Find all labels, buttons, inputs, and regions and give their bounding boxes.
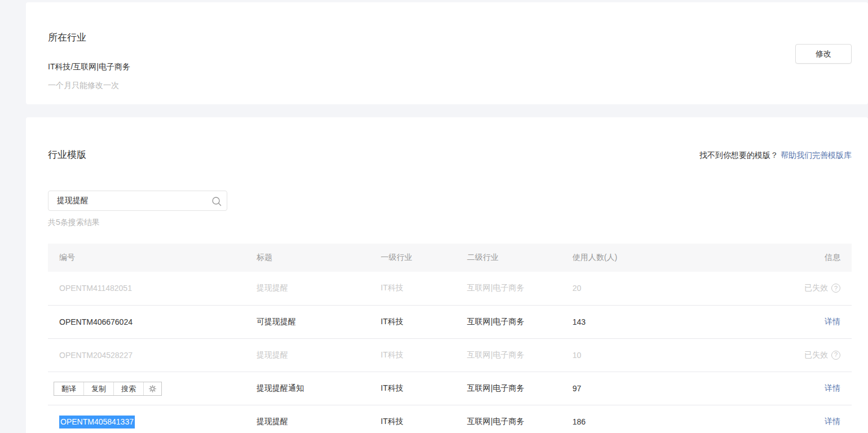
secondary-industry: 互联网|电子商务 [456, 405, 561, 433]
table-row: OPENTM204528227 提现提醒 IT科技 互联网|电子商务 10 已失… [48, 338, 852, 372]
detail-link[interactable]: 详情 [825, 383, 840, 392]
column-header-secondary-industry: 二级行业 [456, 244, 561, 272]
expired-status: 已失效 ? [804, 350, 840, 360]
text-selection-context-menu: 翻译 复制 搜索 [54, 382, 162, 396]
template-name: 可提现提醒 [245, 305, 369, 338]
users-count: 20 [561, 272, 708, 305]
primary-industry: IT科技 [369, 405, 456, 433]
template-id: OPENTM204528227 [48, 338, 245, 372]
primary-industry: IT科技 [369, 305, 456, 338]
secondary-industry: 互联网|电子商务 [456, 272, 561, 305]
table-row: OPENTM411482051 提现提醒 IT科技 互联网|电子商务 20 已失… [48, 272, 852, 305]
template-help-text: 找不到你想要的模版？ 帮助我们完善模版库 [699, 151, 852, 161]
users-count: 10 [561, 338, 708, 372]
template-id: OPENTM411482051 [48, 272, 245, 305]
column-header-title: 标题 [245, 244, 369, 272]
template-name: 提现提醒 [245, 272, 369, 305]
template-name: 提现提醒通知 [245, 372, 369, 405]
menu-item-translate[interactable]: 翻译 [54, 382, 84, 395]
expired-label: 已失效 [804, 350, 828, 360]
improve-template-library-link[interactable]: 帮助我们完善模版库 [781, 151, 852, 160]
industry-card: 所在行业 IT科技/互联网|电子商务 一个月只能修改一次 修改 [26, 2, 868, 104]
users-count: 186 [561, 405, 708, 433]
table-header-row: 编号 标题 一级行业 二级行业 使用人数(人) 信息 [48, 244, 852, 272]
selected-template-id: OPENTM405841337 [59, 416, 135, 428]
secondary-industry: 互联网|电子商务 [456, 305, 561, 338]
industry-title: 所在行业 [48, 33, 852, 43]
expired-label: 已失效 [804, 283, 828, 293]
search-icon[interactable] [211, 196, 222, 207]
users-count: 143 [561, 305, 708, 338]
menu-item-search[interactable]: 搜索 [114, 382, 144, 395]
detail-link[interactable]: 详情 [825, 317, 840, 326]
current-industry-value: IT科技/互联网|电子商务 [48, 63, 852, 70]
template-card-header: 行业模版 找不到你想要的模版？ 帮助我们完善模版库 [48, 142, 852, 168]
template-table: 编号 标题 一级行业 二级行业 使用人数(人) 信息 OPENTM4114820… [48, 244, 852, 433]
template-name: 提现提醒 [245, 338, 369, 372]
table-row: OPENTM406676024 可提现提醒 IT科技 互联网|电子商务 143 … [48, 305, 852, 338]
modify-industry-button[interactable]: 修改 [795, 44, 852, 64]
primary-industry: IT科技 [369, 338, 456, 372]
help-prompt: 找不到你想要的模版？ [699, 151, 778, 160]
template-search-box [48, 191, 227, 211]
menu-item-copy[interactable]: 复制 [84, 382, 114, 395]
gear-icon[interactable] [144, 382, 161, 395]
expired-status: 已失效 ? [804, 283, 840, 293]
primary-industry: IT科技 [369, 272, 456, 305]
column-header-info: 信息 [708, 244, 852, 272]
column-header-users: 使用人数(人) [561, 244, 708, 272]
table-row: OPENTM206855077 提现提醒通知 IT科技 互联网|电子商务 97 … [48, 372, 852, 405]
question-circle-icon[interactable]: ? [831, 284, 840, 293]
column-header-primary-industry: 一级行业 [369, 244, 456, 272]
question-circle-icon[interactable]: ? [831, 351, 840, 360]
users-count: 97 [561, 372, 708, 405]
table-row: OPENTM405841337 提现提醒 IT科技 互联网|电子商务 186 详… [48, 405, 852, 433]
secondary-industry: 互联网|电子商务 [456, 338, 561, 372]
template-name: 提现提醒 [245, 405, 369, 433]
template-search-input[interactable] [49, 191, 201, 210]
column-header-id: 编号 [48, 244, 245, 272]
primary-industry: IT科技 [369, 372, 456, 405]
secondary-industry: 互联网|电子商务 [456, 372, 561, 405]
template-id: OPENTM406676024 [48, 305, 245, 338]
detail-link[interactable]: 详情 [825, 417, 840, 426]
template-title: 行业模版 [48, 150, 86, 160]
search-result-summary: 共5条搜索结果 [48, 218, 852, 227]
industry-note: 一个月只能修改一次 [48, 81, 852, 89]
